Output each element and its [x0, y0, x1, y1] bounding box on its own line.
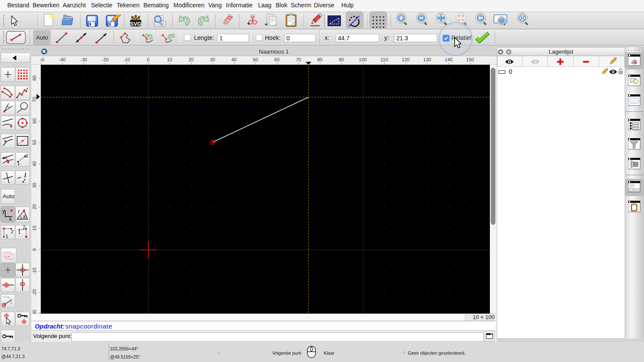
svg-text:r: r	[18, 208, 20, 214]
svg-text:1: 1	[6, 234, 8, 239]
svg-text:a: a	[23, 214, 26, 220]
svg-text:2: 2	[11, 229, 13, 234]
svg-text:2: 2	[23, 225, 25, 230]
svg-text:1: 1	[17, 161, 20, 166]
svg-text:SVG: SVG	[130, 21, 141, 27]
svg-text:2: 2	[26, 153, 28, 158]
svg-text:x: x	[9, 216, 12, 222]
svg-text:1: 1	[18, 229, 21, 235]
svg-text:y: y	[2, 208, 5, 214]
